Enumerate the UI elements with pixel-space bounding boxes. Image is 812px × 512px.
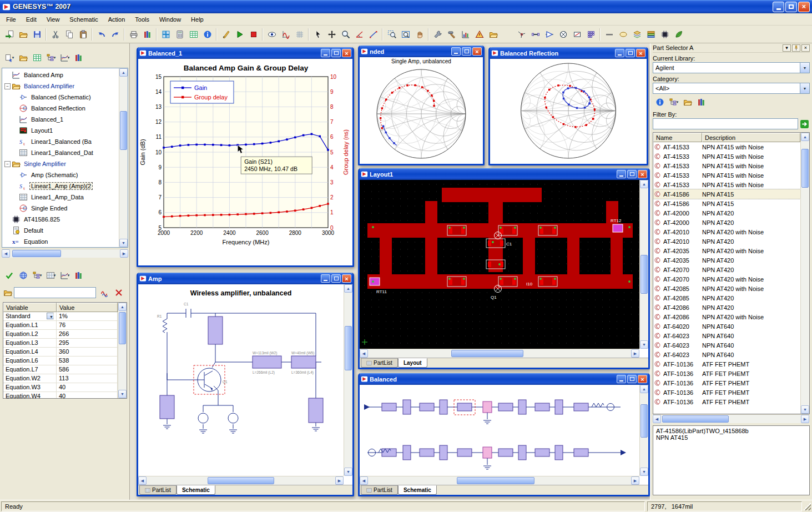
minimize-button[interactable] — [617, 375, 626, 383]
sweep-icon[interactable] — [458, 27, 472, 41]
scroll-down-icon[interactable]: ▼ — [640, 468, 648, 476]
part-row[interactable]: ATF-10136ATF FET PHEMT — [653, 397, 800, 406]
open-icon[interactable] — [16, 51, 30, 65]
tree-item[interactable]: AT41586.825 — [3, 214, 119, 225]
close-button[interactable]: × — [636, 49, 645, 57]
variable-row[interactable]: Equation.W440 — [3, 392, 118, 398]
resize-grip[interactable] — [803, 503, 811, 510]
menu-help[interactable]: Help — [186, 14, 209, 24]
tile-windows-icon[interactable] — [159, 27, 173, 41]
part-row[interactable]: AT-42035NPN AT420 — [653, 255, 800, 265]
scroll-right-icon[interactable]: ▶ — [335, 476, 344, 485]
scroll-down-icon[interactable]: ▼ — [344, 468, 352, 476]
menu-file[interactable]: File — [1, 14, 21, 24]
undo-icon[interactable] — [94, 27, 108, 41]
node-icon[interactable] — [515, 27, 528, 41]
array-icon[interactable] — [584, 27, 598, 41]
info-icon[interactable] — [653, 96, 667, 109]
maximize-button[interactable] — [331, 274, 341, 283]
spreadsheet-icon[interactable] — [186, 27, 200, 41]
maximize-button[interactable] — [331, 49, 341, 57]
tab-partlist[interactable]: PartList — [361, 358, 398, 368]
paste-icon[interactable] — [76, 27, 90, 41]
trace-width-icon[interactable] — [602, 27, 616, 41]
tree-hscrollbar[interactable]: ◀▶ — [2, 249, 128, 258]
window-hscrollbar[interactable]: ◀▶ — [360, 476, 639, 485]
stackup-icon[interactable] — [644, 27, 658, 41]
print-icon[interactable] — [127, 27, 140, 41]
line-icon[interactable] — [366, 27, 380, 41]
tab-schematic[interactable]: Schematic — [176, 485, 215, 495]
tree-item[interactable]: Balanced Amp — [3, 69, 119, 81]
variable-row[interactable]: Equation.W2113 — [3, 374, 118, 383]
layers-icon[interactable] — [630, 27, 644, 41]
view-table-icon[interactable]: ▾ — [44, 269, 58, 283]
tree-item[interactable]: Layout1 — [3, 125, 119, 136]
tree-item[interactable]: Balanced (Schematic) — [3, 92, 119, 103]
maximize-button[interactable] — [462, 47, 471, 56]
tune-variables-icon[interactable] — [98, 285, 112, 299]
stop-icon[interactable] — [246, 27, 260, 41]
variable-row[interactable]: Equation.L6538 — [3, 357, 118, 365]
variable-row[interactable]: Equation.L3295 — [3, 339, 118, 348]
web-icon[interactable] — [16, 269, 30, 283]
close-button[interactable]: × — [472, 47, 482, 56]
tree-item[interactable]: SijLinear1_Amp (Amp)(2 — [3, 180, 119, 192]
scroll-down-icon[interactable]: ▼ — [119, 239, 128, 247]
close-panel-icon[interactable]: × — [801, 44, 810, 52]
scroll-up-icon[interactable]: ▲ — [801, 133, 809, 141]
tab-partlist[interactable]: PartList — [361, 485, 398, 495]
window-vscrollbar[interactable]: ▲▼ — [344, 284, 352, 476]
copy-icon[interactable] — [62, 27, 76, 41]
spreadsheet-icon[interactable] — [30, 51, 44, 65]
part-row[interactable]: AT-64023NPN AT640 — [653, 350, 800, 359]
part-row[interactable]: AT-41533NPN AT415 with Noise — [653, 180, 800, 189]
menu-window[interactable]: Window — [154, 14, 186, 24]
grid-icon[interactable] — [292, 27, 306, 41]
marker-icon[interactable] — [219, 27, 233, 41]
parts-hscrollbar[interactable]: ◀▶ — [653, 414, 809, 423]
balanced-schematic-canvas[interactable] — [360, 385, 639, 475]
import-icon[interactable] — [2, 27, 16, 41]
tree-expander[interactable]: − — [4, 161, 11, 167]
optimize-icon[interactable] — [445, 27, 458, 41]
amplifier-icon[interactable] — [542, 27, 556, 41]
yield-icon[interactable] — [472, 27, 486, 41]
tree-vscrollbar[interactable]: ▲▼ — [119, 68, 128, 247]
part-row[interactable]: AT-42000NPN AT420 — [653, 208, 800, 218]
clear-icon[interactable] — [112, 285, 125, 299]
close-button[interactable]: × — [342, 49, 351, 57]
part-row[interactable]: AT-42010NPN AT420 with Noise — [653, 227, 800, 237]
new-item-icon[interactable]: ▾ — [2, 51, 16, 65]
scroll-right-icon[interactable]: ▶ — [631, 476, 639, 485]
variable-row[interactable]: Equation.W340 — [3, 383, 118, 392]
move-icon[interactable] — [325, 27, 339, 41]
substrate-icon[interactable] — [672, 27, 685, 41]
view-list-icon[interactable]: ▾ — [44, 51, 58, 65]
part-row[interactable]: ATF-10136ATF FET PHEMT — [653, 359, 800, 369]
tab-partlist[interactable]: PartList — [139, 485, 176, 495]
tree-item[interactable]: Amp (Schematic) — [3, 169, 119, 180]
select-icon[interactable] — [311, 27, 325, 41]
scroll-left-icon[interactable]: ◀ — [653, 415, 661, 423]
cut-icon[interactable] — [48, 27, 62, 41]
window-hscrollbar[interactable]: ◀▶ — [360, 349, 639, 358]
gain-delay-chart[interactable]: Balanced Amp Gain & Group Delay200022002… — [138, 59, 352, 265]
scroll-down-icon[interactable]: ▼ — [801, 405, 809, 414]
current-library-select[interactable]: Agilent ▼ — [653, 62, 810, 73]
part-row[interactable]: AT-42010NPN AT420 — [653, 237, 800, 246]
chevron-down-icon[interactable]: ▾ — [783, 44, 791, 52]
scroll-left-icon[interactable]: ◀ — [138, 476, 147, 485]
part-row[interactable]: ATF-10136ATF FET PHEMT — [653, 388, 800, 397]
part-row[interactable]: AT-41533NPN AT415 with Noise — [653, 170, 800, 180]
pin-icon[interactable] — [792, 44, 800, 52]
window-single-ended-titlebar[interactable]: nded × — [360, 46, 483, 57]
window-amp-titlebar[interactable]: Amp × — [138, 273, 352, 284]
minimize-button[interactable] — [615, 49, 624, 57]
scroll-right-icon[interactable]: ▶ — [801, 415, 809, 423]
library-icon[interactable] — [72, 269, 85, 283]
tline-icon[interactable] — [528, 27, 542, 41]
document-canvas[interactable]: Wireless amplifier, unbalancedR1C1Q1W=11… — [138, 284, 344, 476]
run-icon[interactable] — [233, 27, 246, 41]
window-balanced-titlebar[interactable]: Balanced × — [360, 373, 648, 385]
